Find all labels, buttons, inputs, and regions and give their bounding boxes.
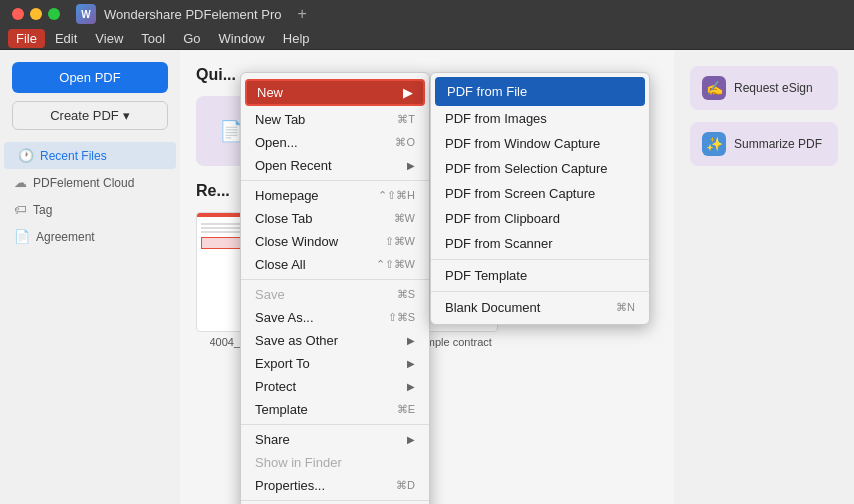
- file-thumb-1[interactable]: 4004_Gold... ☁: [196, 212, 286, 348]
- menu-file[interactable]: File: [8, 29, 45, 48]
- quick-access-thumb-1[interactable]: 📄: [196, 96, 266, 166]
- menu-tool[interactable]: Tool: [133, 29, 173, 48]
- content-area: Qui... 📄 📑 Re... 4004_Gold...: [180, 50, 674, 504]
- file-thumb-2[interactable]: WT-24004_Gold... ☁: [302, 212, 392, 348]
- summarize-label: Summarize PDF: [734, 137, 822, 151]
- tag-icon: 🏷: [14, 202, 27, 217]
- minimize-button[interactable]: [30, 8, 42, 20]
- sidebar: Open PDF Create PDF ▾ 🕐 Recent Files ☁ P…: [0, 50, 180, 504]
- main-area: Open PDF Create PDF ▾ 🕐 Recent Files ☁ P…: [0, 50, 854, 504]
- file-label-1: 4004_Gold... ☁: [210, 336, 273, 348]
- app-logo: W: [76, 4, 96, 24]
- menu-window[interactable]: Window: [211, 29, 273, 48]
- esign-icon: ✍: [702, 76, 726, 100]
- titlebar: W Wondershare PDFelement Pro +: [0, 0, 854, 28]
- agreement-label: Agreement: [36, 230, 95, 244]
- recent-files-title: Re...: [196, 182, 658, 200]
- request-esign-button[interactable]: ✍ Request eSign: [690, 66, 838, 110]
- file-label-3: sample contract: [414, 336, 492, 348]
- recent-files-label: Recent Files: [40, 149, 107, 163]
- add-tab-button[interactable]: +: [298, 5, 307, 23]
- open-pdf-button[interactable]: Open PDF: [12, 62, 168, 93]
- menu-edit[interactable]: Edit: [47, 29, 85, 48]
- traffic-lights: [12, 8, 60, 20]
- create-pdf-arrow-icon: ▾: [123, 108, 130, 123]
- file-thumb-3[interactable]: sample contract: [408, 212, 498, 348]
- cloud-label: PDFelement Cloud: [33, 176, 134, 190]
- file-thumbnails: 4004_Gold... ☁ WT-24004_Gold... ☁: [196, 212, 658, 348]
- create-pdf-button[interactable]: Create PDF ▾: [12, 101, 168, 130]
- sidebar-item-cloud[interactable]: ☁ PDFelement Cloud: [0, 169, 180, 196]
- sidebar-item-recent-files[interactable]: 🕐 Recent Files: [4, 142, 176, 169]
- sidebar-item-tag[interactable]: 🏷 Tag: [0, 196, 180, 223]
- right-panel: ✍ Request eSign ✨ Summarize PDF: [674, 50, 854, 504]
- summarize-icon: ✨: [702, 132, 726, 156]
- menu-go[interactable]: Go: [175, 29, 208, 48]
- maximize-button[interactable]: [48, 8, 60, 20]
- quick-access-thumb-2[interactable]: 📑: [278, 96, 348, 166]
- agreement-icon: 📄: [14, 229, 30, 244]
- app-name: Wondershare PDFelement Pro: [104, 7, 282, 22]
- create-pdf-label: Create PDF: [50, 108, 119, 123]
- sidebar-item-agreement[interactable]: 📄 Agreement: [0, 223, 180, 250]
- menu-view[interactable]: View: [87, 29, 131, 48]
- file-label-2: WT-24004_Gold... ☁: [302, 336, 392, 348]
- close-window-button[interactable]: [12, 8, 24, 20]
- quick-access-title: Qui...: [196, 66, 658, 84]
- menu-help[interactable]: Help: [275, 29, 318, 48]
- cloud-icon: ☁: [14, 175, 27, 190]
- summarize-pdf-button[interactable]: ✨ Summarize PDF: [690, 122, 838, 166]
- tag-label: Tag: [33, 203, 52, 217]
- menubar: File Edit View Tool Go Window Help: [0, 28, 854, 50]
- recent-files-icon: 🕐: [18, 148, 34, 163]
- esign-label: Request eSign: [734, 81, 813, 95]
